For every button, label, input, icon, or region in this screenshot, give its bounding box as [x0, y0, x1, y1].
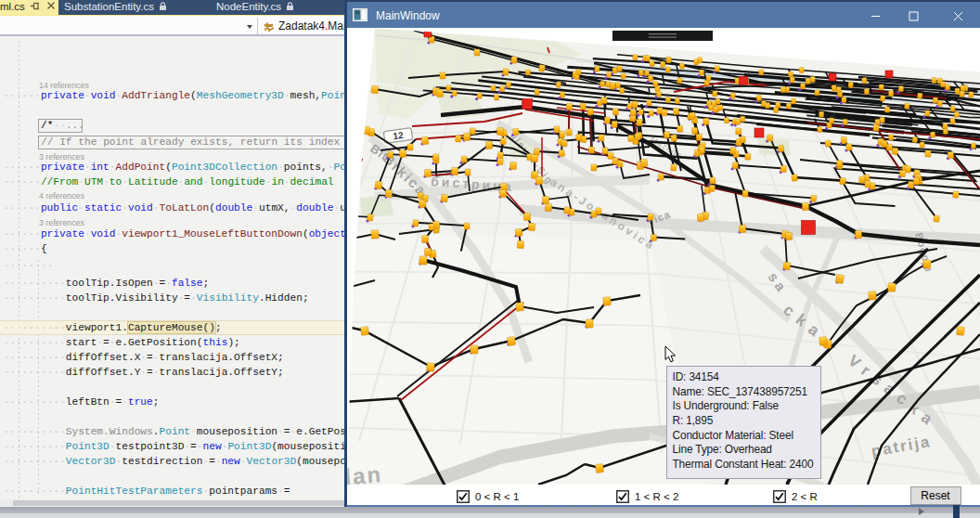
svg-text:12: 12: [393, 130, 405, 142]
svg-text:lan: lan: [344, 461, 383, 485]
